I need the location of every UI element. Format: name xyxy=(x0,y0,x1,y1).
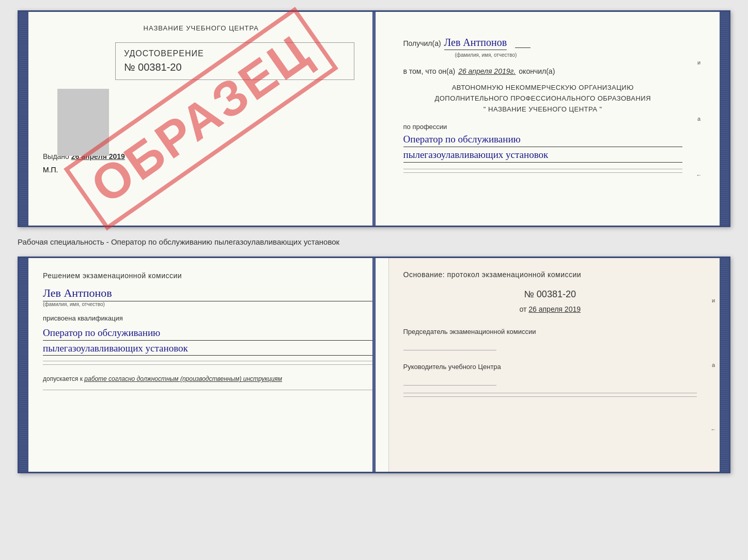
protocol-date: 26 апреля 2019 xyxy=(528,305,581,313)
basis-text: Основание: протокол экзаменационной коми… xyxy=(403,270,697,279)
допускается-prefix: допускается к xyxy=(43,375,83,382)
cert-number: № 00381-20 xyxy=(124,61,346,73)
margin-char-arrow: ← xyxy=(693,172,705,178)
received-line: Получил(а) Лев Антпонов xyxy=(403,37,683,50)
profession-line1: Оператор по обслуживанию xyxy=(403,133,683,147)
director-label: Руководитель учебного Центра xyxy=(403,363,697,371)
margin-char-а-bottom: а xyxy=(707,362,720,368)
margin-char-а: а xyxy=(693,116,705,122)
profession-line2: пылегазоулавливающих установок xyxy=(403,148,683,163)
margin-char-и: и xyxy=(693,59,705,66)
decision-text: Решением экзаменационной комиссии xyxy=(43,270,374,281)
protocol-date-line: от 26 апреля 2019 xyxy=(403,305,697,313)
margin-char-arrow-bottom: ← xyxy=(707,426,720,433)
bottom-right-wrapper: Основание: протокол экзаменационной коми… xyxy=(389,258,720,472)
right-page-content: Получил(а) Лев Антпонов (фамилия, имя, о… xyxy=(389,24,693,213)
mp-line: М.П. xyxy=(43,166,360,174)
bottom-certificate-book: Решением экзаменационной комиссии Лев Ан… xyxy=(18,257,730,473)
cert-title-text: УДОСТОВЕРЕНИЕ xyxy=(124,49,346,58)
completed-date: 26 апреля 2019г. xyxy=(458,67,516,75)
bottom-left-page: Решением экзаменационной комиссии Лев Ан… xyxy=(28,258,389,472)
protocol-number: № 00381-20 xyxy=(403,289,697,300)
org-line2: ДОПОЛНИТЕЛЬНОГО ПРОФЕССИОНАЛЬНОГО ОБРАЗО… xyxy=(403,93,683,104)
допускается-text: работе согласно должностным (производств… xyxy=(84,375,282,382)
received-name: Лев Антпонов xyxy=(444,37,507,50)
completed-suffix: окончил(а) xyxy=(519,67,555,75)
chairman-label: Председатель экзаменационной комиссии xyxy=(403,328,697,335)
spine-left xyxy=(19,12,28,226)
bottom-right-content: Основание: протокол экзаменационной коми… xyxy=(389,258,708,472)
org-line3: " НАЗВАНИЕ УЧЕБНОГО ЦЕНТРА " xyxy=(403,104,683,115)
spine-right xyxy=(720,12,729,226)
protocol-date-prefix: от xyxy=(519,305,526,313)
qual-line1: Оператор по обслуживанию xyxy=(43,326,374,341)
cert-title-box: УДОСТОВЕРЕНИЕ № 00381-20 xyxy=(115,42,354,80)
spine-bottom-right xyxy=(720,258,729,472)
right-margin-marks: и а ← xyxy=(693,24,705,213)
spine-bottom-left xyxy=(19,258,28,472)
fio-sublabel-top: (фамилия, имя, отчество) xyxy=(455,52,683,58)
completed-prefix: в том, что он(а) xyxy=(403,67,456,75)
org-line1: АВТОНОМНУЮ НЕКОММЕРЧЕСКУЮ ОРГАНИЗАЦИЮ xyxy=(403,83,683,93)
received-prefix: Получил(а) xyxy=(403,39,441,47)
top-cert-left-page: НАЗВАНИЕ УЧЕБНОГО ЦЕНТРА УДОСТОВЕРЕНИЕ №… xyxy=(28,12,375,226)
right-margin-marks-bottom: и а ← xyxy=(707,258,720,472)
middle-label: Рабочая специальность - Оператор по обсл… xyxy=(18,233,730,250)
fio-sublabel-bottom: (фамилия, имя, отчество) xyxy=(43,301,374,307)
top-cert-right-page: Получил(а) Лев Антпонов (фамилия, имя, о… xyxy=(375,12,720,226)
profession-label: по профессии xyxy=(403,123,683,131)
school-name-header: НАЗВАНИЕ УЧЕБНОГО ЦЕНТРА xyxy=(43,24,360,32)
photo-placeholder xyxy=(57,89,109,156)
qualification-label: присвоена квалификация xyxy=(43,314,374,322)
org-name-block: АВТОНОМНУЮ НЕКОММЕРЧЕСКУЮ ОРГАНИЗАЦИЮ ДО… xyxy=(403,83,683,115)
top-certificate-book: НАЗВАНИЕ УЧЕБНОГО ЦЕНТРА УДОСТОВЕРЕНИЕ №… xyxy=(18,10,730,227)
completed-line: в том, что он(а) 26 апреля 2019г. окончи… xyxy=(403,67,683,75)
допускается-block: допускается к работе согласно должностны… xyxy=(43,375,374,382)
person-name-section: Лев Антпонов (фамилия, имя, отчество) xyxy=(43,286,374,307)
person-name: Лев Антпонов xyxy=(43,286,374,301)
margin-char-и-bottom: и xyxy=(707,297,720,303)
page-wrapper: НАЗВАНИЕ УЧЕБНОГО ЦЕНТРА УДОСТОВЕРЕНИЕ №… xyxy=(18,10,730,473)
qualification-section: Оператор по обслуживанию пылегазоулавлив… xyxy=(43,326,374,356)
qual-line2: пылегазоулавливающих установок xyxy=(43,342,374,356)
